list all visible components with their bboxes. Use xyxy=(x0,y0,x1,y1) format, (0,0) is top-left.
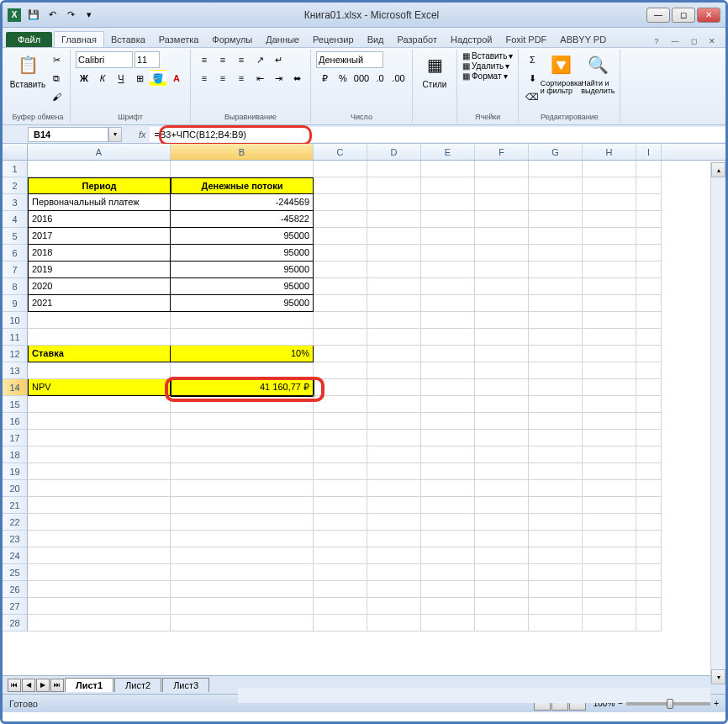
font-color-button[interactable]: A xyxy=(168,70,185,87)
cell-H25[interactable] xyxy=(583,564,636,581)
cell-F7[interactable] xyxy=(475,262,529,278)
cell-C9[interactable] xyxy=(314,295,367,312)
sheet-nav-next[interactable]: ▶ xyxy=(36,679,50,692)
row-header-27[interactable]: 27 xyxy=(3,598,28,615)
cell-A20[interactable] xyxy=(28,480,171,497)
col-header-b[interactable]: B xyxy=(171,144,314,160)
align-left-button[interactable]: ≡ xyxy=(196,70,213,87)
cell-E8[interactable] xyxy=(421,278,475,295)
col-header-i[interactable]: I xyxy=(636,144,662,160)
col-header-f[interactable]: F xyxy=(475,144,529,160)
cell-D9[interactable] xyxy=(367,295,421,312)
cell-F8[interactable] xyxy=(475,278,529,295)
cell-I27[interactable] xyxy=(636,598,662,615)
cell-A4[interactable]: 2016 xyxy=(28,211,171,228)
cell-F3[interactable] xyxy=(475,194,529,211)
cell-I23[interactable] xyxy=(636,531,662,547)
cell-D14[interactable] xyxy=(367,379,421,396)
cell-E5[interactable] xyxy=(421,228,475,245)
cell-F4[interactable] xyxy=(475,211,529,228)
row-header-22[interactable]: 22 xyxy=(3,514,28,531)
format-cells-button[interactable]: ▦ Формат ▾ xyxy=(462,71,513,81)
row-header-4[interactable]: 4 xyxy=(3,211,28,228)
col-header-e[interactable]: E xyxy=(421,144,475,160)
cell-F18[interactable] xyxy=(475,447,529,463)
cell-I12[interactable] xyxy=(636,346,662,362)
cell-H24[interactable] xyxy=(583,547,636,564)
cell-D15[interactable] xyxy=(367,396,421,413)
cell-G1[interactable] xyxy=(529,161,583,177)
cell-F12[interactable] xyxy=(475,346,529,362)
cell-D5[interactable] xyxy=(367,228,421,245)
vertical-scrollbar[interactable]: ▴ ▾ xyxy=(710,162,725,684)
cell-I5[interactable] xyxy=(636,228,662,245)
cell-H28[interactable] xyxy=(583,615,636,632)
cell-F27[interactable] xyxy=(475,598,529,615)
cell-G13[interactable] xyxy=(529,362,583,379)
cell-I7[interactable] xyxy=(636,262,662,278)
cell-B27[interactable] xyxy=(171,598,314,615)
cell-A10[interactable] xyxy=(28,312,171,329)
cell-B21[interactable] xyxy=(171,497,314,514)
cell-C11[interactable] xyxy=(314,329,367,346)
doc-restore-button[interactable]: ◻ xyxy=(685,35,702,47)
percent-button[interactable]: % xyxy=(335,70,351,87)
cell-E6[interactable] xyxy=(421,245,475,262)
autosum-button[interactable]: Σ xyxy=(524,51,541,68)
cell-D10[interactable] xyxy=(367,312,421,329)
select-all-corner[interactable] xyxy=(3,144,28,160)
cell-B12[interactable]: 10% xyxy=(171,346,314,362)
cell-A5[interactable]: 2017 xyxy=(28,228,171,245)
undo-icon[interactable]: ↶ xyxy=(45,8,60,23)
cell-H23[interactable] xyxy=(583,531,636,547)
cell-G6[interactable] xyxy=(529,245,583,262)
cell-G21[interactable] xyxy=(529,497,583,514)
cell-G16[interactable] xyxy=(529,413,583,430)
fill-color-button[interactable]: 🪣 xyxy=(150,70,166,87)
doc-close-button[interactable]: ✕ xyxy=(704,35,720,47)
name-box[interactable]: B14 xyxy=(28,127,108,142)
cell-E23[interactable] xyxy=(421,531,475,547)
cell-G28[interactable] xyxy=(529,615,583,632)
cell-G11[interactable] xyxy=(529,329,583,346)
cell-E26[interactable] xyxy=(421,581,475,598)
cell-H12[interactable] xyxy=(583,346,636,362)
cell-F25[interactable] xyxy=(475,564,529,581)
spreadsheet-grid[interactable]: A B C D E F G H I 12ПериодДенежные поток… xyxy=(3,144,725,675)
cell-H7[interactable] xyxy=(583,262,636,278)
cell-D12[interactable] xyxy=(367,346,421,362)
cell-H8[interactable] xyxy=(583,278,636,295)
cell-D8[interactable] xyxy=(367,278,421,295)
underline-button[interactable]: Ч xyxy=(113,70,129,87)
row-header-13[interactable]: 13 xyxy=(3,362,28,379)
cell-G15[interactable] xyxy=(529,396,583,413)
cell-G9[interactable] xyxy=(529,295,583,312)
align-bottom-button[interactable]: ≡ xyxy=(233,51,250,68)
cell-C26[interactable] xyxy=(314,581,367,598)
cell-C4[interactable] xyxy=(314,211,367,228)
cell-D21[interactable] xyxy=(367,497,421,514)
row-header-15[interactable]: 15 xyxy=(3,396,28,413)
row-header-3[interactable]: 3 xyxy=(3,194,28,211)
cell-B9[interactable]: 95000 xyxy=(171,295,314,312)
tab-insert[interactable]: Вставка xyxy=(104,32,152,47)
cell-G24[interactable] xyxy=(529,547,583,564)
cell-D24[interactable] xyxy=(367,547,421,564)
merge-button[interactable]: ⬌ xyxy=(288,70,305,87)
cell-H11[interactable] xyxy=(583,329,636,346)
cell-A17[interactable] xyxy=(28,430,171,447)
cell-H13[interactable] xyxy=(583,362,636,379)
cell-I11[interactable] xyxy=(636,329,662,346)
tab-addins[interactable]: Надстрой xyxy=(444,32,499,47)
cell-D16[interactable] xyxy=(367,413,421,430)
cell-H14[interactable] xyxy=(583,379,636,396)
cell-B6[interactable]: 95000 xyxy=(171,245,314,262)
delete-cells-button[interactable]: ▦ Удалить ▾ xyxy=(462,61,513,71)
help-icon[interactable]: ? xyxy=(648,35,665,47)
redo-icon[interactable]: ↷ xyxy=(63,8,78,23)
sort-filter-button[interactable]: 🔽 Сортировка и фильтр xyxy=(544,51,578,111)
row-header-18[interactable]: 18 xyxy=(3,447,28,463)
cell-C17[interactable] xyxy=(314,430,367,447)
cell-D1[interactable] xyxy=(367,161,421,177)
cell-E4[interactable] xyxy=(421,211,475,228)
